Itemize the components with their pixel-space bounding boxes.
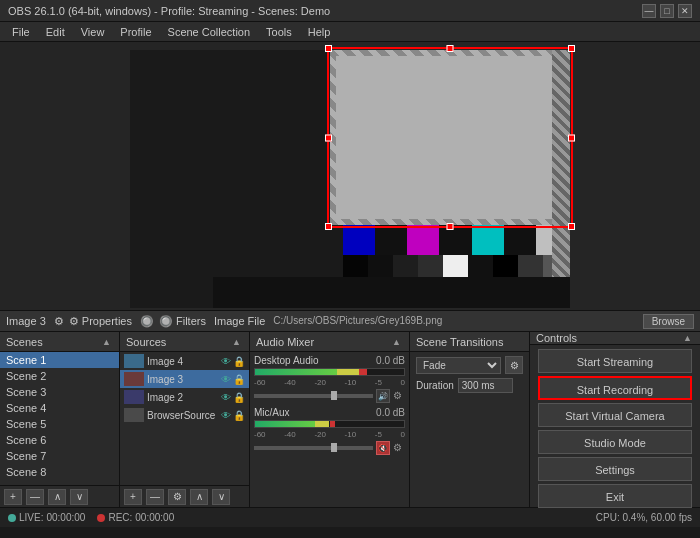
audio-collapse-arrow[interactable]: ▲ xyxy=(390,337,403,347)
scene-item-7[interactable]: Scene 7 xyxy=(0,448,119,464)
audio-controls-mic: 🔇 ⚙ xyxy=(254,441,405,455)
transition-duration-input[interactable] xyxy=(458,378,513,393)
controls-panel: Controls ▲ Start Streaming Start Recordi… xyxy=(530,332,700,507)
menu-tools[interactable]: Tools xyxy=(258,22,300,41)
sources-list: Image 4 👁 🔒 Image 3 👁 🔒 Image 2 👁 xyxy=(120,352,249,485)
scene-item-5[interactable]: Scene 5 xyxy=(0,416,119,432)
source-lock-icon-image2[interactable]: 🔒 xyxy=(233,392,245,403)
audio-meter-mic-yellow xyxy=(315,421,330,427)
source-lock-icon-image4[interactable]: 🔒 xyxy=(233,356,245,367)
sources-settings-button[interactable]: ⚙ xyxy=(168,489,186,505)
minimize-button[interactable]: — xyxy=(642,4,656,18)
audio-settings-icon-desktop[interactable]: ⚙ xyxy=(393,390,405,402)
filter-icon: 🔘 xyxy=(140,315,154,328)
source-name-image3: Image 3 xyxy=(147,374,218,385)
source-thumb-browser xyxy=(124,408,144,422)
scene-item-4[interactable]: Scene 4 xyxy=(0,400,119,416)
info-bar: Image 3 ⚙ ⚙ Properties 🔘 🔘 Filters Image… xyxy=(0,310,700,332)
preview-area xyxy=(0,42,700,310)
sources-collapse-arrow[interactable]: ▲ xyxy=(230,337,243,347)
controls-panel-title: Controls xyxy=(536,332,577,344)
audio-meter-desktop-red xyxy=(359,369,366,375)
transitions-panel-header: Scene Transitions xyxy=(410,332,529,352)
source-eye-icon-image3[interactable]: 👁 xyxy=(221,374,231,385)
exit-button[interactable]: Exit xyxy=(538,484,692,508)
properties-button[interactable]: ⚙ ⚙ Properties xyxy=(54,315,132,328)
sources-controls: + — ⚙ ∧ ∨ xyxy=(120,485,249,507)
window-controls: — □ ✕ xyxy=(642,4,692,18)
sources-panel-title: Sources xyxy=(126,336,166,348)
source-name-image4: Image 4 xyxy=(147,356,218,367)
start-recording-button[interactable]: Start Recording xyxy=(538,376,692,400)
scenes-list: Scene 1 Scene 2 Scene 3 Scene 4 Scene 5 … xyxy=(0,352,119,485)
audio-scale-mic: -60-40-20-10-50 xyxy=(254,430,405,439)
audio-slider-thumb-mic xyxy=(331,443,337,452)
scene-item-2[interactable]: Scene 2 xyxy=(0,368,119,384)
transition-type-row: Fade Cut Swipe ⚙ xyxy=(416,356,523,374)
sources-remove-button[interactable]: — xyxy=(146,489,164,505)
browse-button[interactable]: Browse xyxy=(643,314,694,329)
preview-black-bottom xyxy=(213,277,570,308)
scenes-down-button[interactable]: ∨ xyxy=(70,489,88,505)
audio-track-mic-db: 0.0 dB xyxy=(376,407,405,418)
menu-edit[interactable]: Edit xyxy=(38,22,73,41)
source-item-image2[interactable]: Image 2 👁 🔒 xyxy=(120,388,249,406)
source-eye-icon-image4[interactable]: 👁 xyxy=(221,356,231,367)
scenes-remove-button[interactable]: — xyxy=(26,489,44,505)
audio-track-desktop-name: Desktop Audio xyxy=(254,355,319,366)
controls-collapse-arrow[interactable]: ▲ xyxy=(681,333,694,343)
scenes-up-button[interactable]: ∧ xyxy=(48,489,66,505)
status-cpu: CPU: 0.4%, 60.00 fps xyxy=(596,512,692,523)
preview-hatch xyxy=(552,50,570,308)
image-path: C:/Users/OBS/Pictures/Grey169B.png xyxy=(273,315,634,328)
mute-button-mic[interactable]: 🔇 xyxy=(376,441,390,455)
live-indicator xyxy=(8,514,16,522)
mute-button-desktop[interactable]: 🔊 xyxy=(376,389,390,403)
sources-add-button[interactable]: + xyxy=(124,489,142,505)
audio-panel-title: Audio Mixer xyxy=(256,336,314,348)
menu-profile[interactable]: Profile xyxy=(112,22,159,41)
source-eye-icon-browser[interactable]: 👁 xyxy=(221,410,231,421)
studio-mode-button[interactable]: Studio Mode xyxy=(538,430,692,454)
close-button[interactable]: ✕ xyxy=(678,4,692,18)
scenes-collapse-arrow[interactable]: ▲ xyxy=(100,337,113,347)
rec-time: 00:00:00 xyxy=(135,512,174,523)
sources-down-button[interactable]: ∨ xyxy=(212,489,230,505)
filters-button[interactable]: 🔘 🔘 Filters xyxy=(140,315,206,328)
source-item-browser[interactable]: BrowserSource 👁 🔒 xyxy=(120,406,249,424)
source-lock-icon-browser[interactable]: 🔒 xyxy=(233,410,245,421)
audio-meter-desktop-green xyxy=(255,369,337,375)
menu-view[interactable]: View xyxy=(73,22,113,41)
menu-help[interactable]: Help xyxy=(300,22,339,41)
menu-file[interactable]: File xyxy=(4,22,38,41)
scene-item-6[interactable]: Scene 6 xyxy=(0,432,119,448)
audio-settings-icon-mic[interactable]: ⚙ xyxy=(393,442,405,454)
source-eye-icon-image2[interactable]: 👁 xyxy=(221,392,231,403)
audio-volume-slider-desktop[interactable] xyxy=(254,394,373,398)
source-lock-icon-image3[interactable]: 🔒 xyxy=(233,374,245,385)
settings-button[interactable]: Settings xyxy=(538,457,692,481)
audio-volume-slider-mic[interactable] xyxy=(254,446,373,450)
gear-icon: ⚙ xyxy=(54,315,64,328)
transition-settings-button[interactable]: ⚙ xyxy=(505,356,523,374)
source-item-image3[interactable]: Image 3 👁 🔒 xyxy=(120,370,249,388)
audio-slider-thumb-desktop xyxy=(331,391,337,400)
scene-item-3[interactable]: Scene 3 xyxy=(0,384,119,400)
sources-up-button[interactable]: ∧ xyxy=(190,489,208,505)
audio-track-mic: Mic/Aux 0.0 dB -60-40-20-10-50 🔇 ⚙ xyxy=(254,407,405,455)
scene-item-1[interactable]: Scene 1 xyxy=(0,352,119,368)
title-bar: OBS 26.1.0 (64-bit, windows) - Profile: … xyxy=(0,0,700,22)
scene-item-8[interactable]: Scene 8 xyxy=(0,464,119,480)
source-item-image4[interactable]: Image 4 👁 🔒 xyxy=(120,352,249,370)
status-rec: REC: 00:00:00 xyxy=(97,512,174,523)
scenes-add-button[interactable]: + xyxy=(4,489,22,505)
start-virtual-camera-button[interactable]: Start Virtual Camera xyxy=(538,403,692,427)
maximize-button[interactable]: □ xyxy=(660,4,674,18)
transition-type-select[interactable]: Fade Cut Swipe xyxy=(416,357,501,374)
scenes-panel: Scenes ▲ Scene 1 Scene 2 Scene 3 Scene 4… xyxy=(0,332,120,507)
menu-scene-collection[interactable]: Scene Collection xyxy=(160,22,259,41)
start-streaming-button[interactable]: Start Streaming xyxy=(538,349,692,373)
transitions-panel-title: Scene Transitions xyxy=(416,336,503,348)
source-thumb-image4 xyxy=(124,354,144,368)
scenes-panel-arrows: ▲ xyxy=(100,337,113,347)
